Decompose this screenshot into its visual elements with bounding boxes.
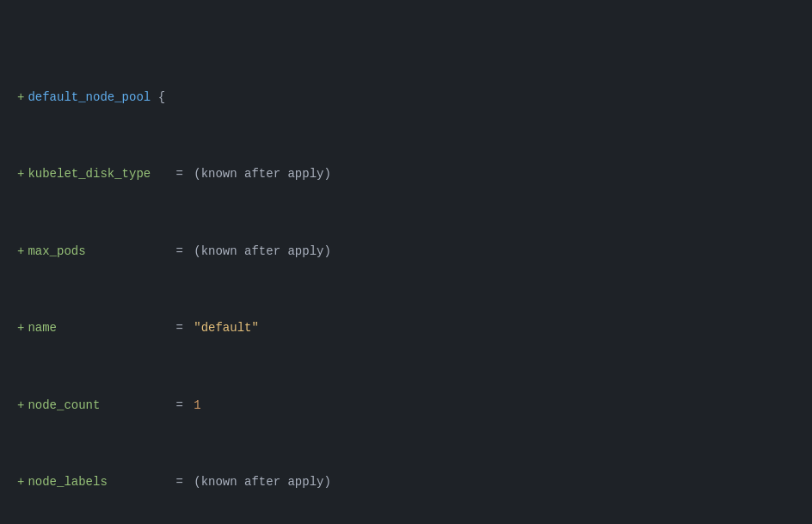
field-kubelet-disk-type: +kubelet_disk_type = (known after apply): [14, 164, 798, 183]
field-name: +name = "default": [14, 318, 798, 337]
section-default-node-pool-header: +default_node_pool {: [14, 88, 798, 107]
field-node-count: +node_count = 1: [14, 396, 798, 415]
code-editor: +default_node_pool { +kubelet_disk_type …: [14, 10, 798, 524]
field-max-pods: +max_pods = (known after apply): [14, 242, 798, 261]
field-node-labels: +node_labels = (known after apply): [14, 472, 798, 491]
